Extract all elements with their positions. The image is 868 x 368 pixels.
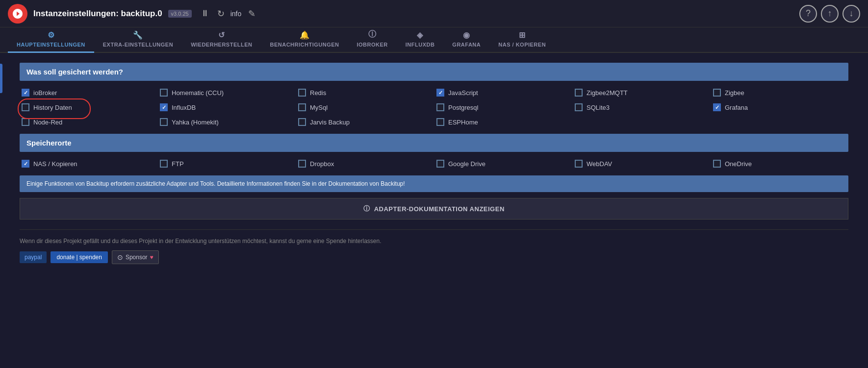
label-homematic: Homematic (CCU): [172, 89, 224, 97]
refresh-button[interactable]: ↻: [215, 6, 227, 21]
footer-text: Wenn dir dieses Projekt gefällt und du d…: [20, 238, 848, 245]
label-redis: Redis: [310, 89, 326, 97]
download-button[interactable]: ↓: [842, 5, 860, 23]
tab-nas-kopieren[interactable]: ⊞ NAS / KOPIEREN: [489, 26, 555, 53]
checkbox-influxdb[interactable]: InfluxDB: [160, 103, 293, 111]
cb-onedrive[interactable]: [713, 160, 721, 168]
app-logo: [8, 4, 27, 24]
checkbox-sqlite3[interactable]: SQLite3: [575, 103, 708, 111]
checkbox-homematic[interactable]: Homematic (CCU): [160, 89, 293, 97]
sponsor-button[interactable]: ⊙ Sponsor ♥: [112, 250, 159, 264]
tab-icon-benachrichtigungen: 🔔: [300, 30, 310, 40]
tab-icon-nas: ⊞: [519, 30, 526, 40]
label-node-red: Node-Red: [33, 119, 62, 126]
cb-googledrive[interactable]: [436, 160, 444, 168]
version-badge: v3.0.25: [168, 10, 192, 18]
doc-icon: ⓘ: [363, 204, 370, 213]
tab-iobroker[interactable]: ⓘ IOBROKER: [348, 25, 396, 53]
cb-iobroker[interactable]: [22, 89, 29, 97]
main-content: Was soll gesichert werden? ioBroker Home…: [0, 53, 868, 274]
cb-esphome[interactable]: [436, 118, 444, 126]
tab-grafana[interactable]: ◉ GRAFANA: [443, 26, 489, 53]
tab-wiederherstellen[interactable]: ↺ WIEDERHERSTELLEN: [182, 26, 261, 53]
cb-jarvis[interactable]: [298, 118, 306, 126]
tab-icon-haupteinstellungen: ⚙: [48, 30, 55, 40]
cb-redis[interactable]: [298, 89, 306, 97]
checkbox-postgresql[interactable]: Postgresql: [436, 103, 570, 111]
label-yahka: Yahka (Homekit): [172, 119, 219, 126]
label-nas: NAS / Kopieren: [33, 160, 77, 168]
label-webdav: WebDAV: [587, 160, 612, 168]
cb-yahka[interactable]: [160, 118, 168, 126]
checkbox-ftp[interactable]: FTP: [160, 160, 293, 168]
tab-icon-extra: 🔧: [133, 30, 143, 40]
cb-influxdb[interactable]: [160, 103, 168, 111]
checkbox-node-red[interactable]: Node-Red: [22, 118, 155, 126]
cb-history-daten[interactable]: [22, 103, 29, 111]
upload-button[interactable]: ↑: [821, 5, 839, 23]
checkbox-history-daten[interactable]: History Daten: [22, 103, 155, 111]
cb-node-red[interactable]: [22, 118, 29, 126]
label-zigbee2mqtt: Zigbee2MQTT: [587, 89, 628, 97]
checkbox-redis[interactable]: Redis: [298, 89, 432, 97]
checkbox-grafana[interactable]: Grafana: [713, 103, 846, 111]
cb-dropbox[interactable]: [298, 160, 306, 168]
edit-button[interactable]: ✎: [246, 6, 257, 21]
checkbox-javascript[interactable]: JavaScript: [436, 89, 570, 97]
checkbox-zigbee2mqtt[interactable]: Zigbee2MQTT: [575, 89, 708, 97]
cb-zigbee[interactable]: [713, 89, 721, 97]
checkbox-onedrive[interactable]: OneDrive: [713, 160, 846, 168]
empty-cell-1: [575, 118, 708, 126]
tab-influxdb[interactable]: ◈ INFLUXDB: [397, 26, 444, 53]
cb-ftp[interactable]: [160, 160, 168, 168]
checkbox-zigbee[interactable]: Zigbee: [713, 89, 846, 97]
cb-grafana[interactable]: [713, 103, 721, 111]
cb-webdav[interactable]: [575, 160, 583, 168]
pause-button[interactable]: ⏸: [199, 6, 211, 21]
tab-haupteinstellungen[interactable]: ⚙ HAUPTEINSTELLUNGEN: [8, 26, 94, 53]
checkbox-iobroker[interactable]: ioBroker: [22, 89, 155, 97]
help-button[interactable]: ?: [799, 5, 817, 23]
checkbox-webdav[interactable]: WebDAV: [575, 160, 708, 168]
cb-sqlite3[interactable]: [575, 103, 583, 111]
heart-icon: ♥: [150, 254, 153, 261]
checkbox-esphome[interactable]: ESPHome: [436, 118, 570, 126]
checkbox-mysql[interactable]: MySql: [298, 103, 432, 111]
label-grafana: Grafana: [725, 104, 748, 111]
checkbox-yahka[interactable]: Yahka (Homekit): [160, 118, 293, 126]
label-iobroker: ioBroker: [33, 89, 57, 97]
checkbox-jarvis[interactable]: Jarvis Backup: [298, 118, 432, 126]
cb-mysql[interactable]: [298, 103, 306, 111]
tab-icon-influxdb: ◈: [417, 30, 423, 40]
cb-nas[interactable]: [22, 160, 29, 168]
checkbox-dropbox[interactable]: Dropbox: [298, 160, 432, 168]
doc-button[interactable]: ⓘ ADAPTER-DOKUMENTATION ANZEIGEN: [20, 198, 848, 220]
header: Instanzeinstellungen: backitup.0 v3.0.25…: [0, 0, 868, 27]
label-javascript: JavaScript: [448, 89, 478, 97]
donate-button[interactable]: donate | spenden: [51, 251, 108, 263]
info-bar: Einige Funktionen von Backitup erfordern…: [20, 175, 848, 192]
label-jarvis: Jarvis Backup: [310, 119, 350, 126]
label-postgresql: Postgresql: [448, 104, 478, 111]
cb-zigbee2mqtt[interactable]: [575, 89, 583, 97]
label-sqlite3: SQLite3: [587, 104, 610, 111]
checkbox-nas[interactable]: NAS / Kopieren: [22, 160, 155, 168]
header-right: ? ↑ ↓: [799, 5, 860, 23]
label-esphome: ESPHome: [448, 119, 478, 126]
cb-homematic[interactable]: [160, 89, 168, 97]
nav-tabs: ⚙ HAUPTEINSTELLUNGEN 🔧 EXTRA-EINSTELLUNG…: [0, 27, 868, 53]
paypal-button[interactable]: paypal: [20, 251, 47, 263]
instance-title: Instanzeinstellungen: backitup.0: [33, 9, 162, 19]
tab-benachrichtigungen[interactable]: 🔔 BENACHRICHTIGUNGEN: [261, 26, 348, 53]
label-ftp: FTP: [172, 160, 184, 168]
tab-icon-wiederherstellen: ↺: [218, 30, 225, 40]
label-mysql: MySql: [310, 104, 328, 111]
label-googledrive: Google Drive: [448, 160, 485, 168]
tab-extra-einstellungen[interactable]: 🔧 EXTRA-EINSTELLUNGEN: [94, 26, 182, 53]
cb-javascript[interactable]: [436, 89, 444, 97]
cb-postgresql[interactable]: [436, 103, 444, 111]
section1-header: Was soll gesichert werden?: [20, 63, 848, 81]
label-onedrive: OneDrive: [725, 160, 752, 168]
github-icon: ⊙: [117, 253, 123, 261]
checkbox-googledrive[interactable]: Google Drive: [436, 160, 570, 168]
